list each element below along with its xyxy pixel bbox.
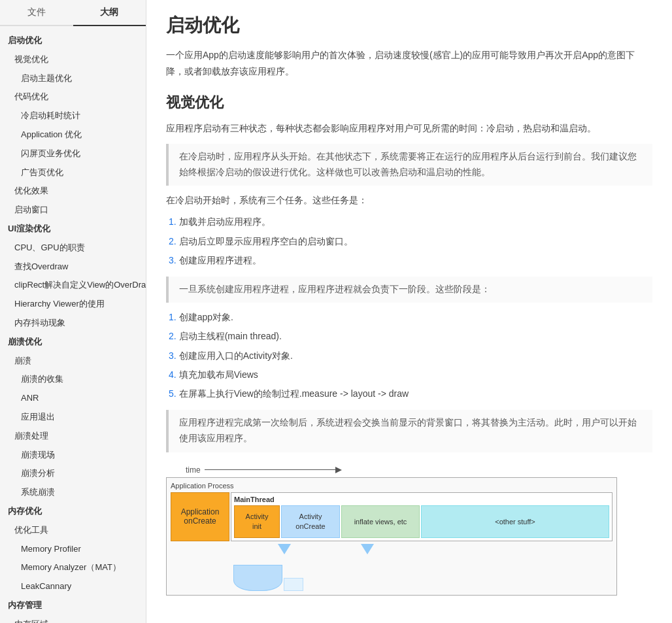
sidebar-item[interactable]: 广告页优化 bbox=[0, 163, 146, 182]
sidebar-item[interactable]: 崩溃处理 bbox=[0, 427, 146, 446]
sidebar-item[interactable]: 内存区域 bbox=[0, 615, 146, 623]
app-oncreate-line1: Application bbox=[181, 507, 220, 516]
sidebar-item[interactable]: 启动优化 bbox=[0, 31, 146, 50]
sidebar-item[interactable]: clipRect解决自定义View的OverDraw bbox=[0, 276, 146, 295]
list-item: 1.创建app对象. bbox=[166, 309, 652, 326]
main-thread-box: MainThread Activityinit ActivityonCreate… bbox=[231, 492, 613, 541]
blockquote1: 在冷启动时，应用程序从头开始。在其他状态下，系统需要将正在运行的应用程序从后台运… bbox=[166, 144, 652, 186]
activity-oncreate-text: ActivityonCreate bbox=[295, 512, 325, 531]
intro-text: 一个应用App的启动速度能够影响用户的首次体验，启动速度较慢(感官上)的应用可能… bbox=[166, 47, 652, 80]
wave-row bbox=[233, 565, 613, 591]
activity-init-text: Activityinit bbox=[246, 512, 269, 531]
time-text: time bbox=[186, 465, 201, 475]
main-thread-label: MainThread bbox=[234, 496, 609, 503]
activity-init-block: Activityinit bbox=[234, 505, 280, 538]
sidebar-item[interactable]: 启动主题优化 bbox=[0, 69, 146, 88]
tab-outline[interactable]: 大纲 bbox=[73, 0, 146, 26]
sidebar-item[interactable]: Memory Analyzer（MAT） bbox=[0, 558, 146, 577]
list-item: 5.在屏幕上执行View的绘制过程.measure -> layout -> d… bbox=[166, 386, 652, 402]
blockquote2-text: 一旦系统创建应用程序进程，应用程序进程就会负责下一阶段。这些阶段是： bbox=[179, 284, 490, 294]
blockquote3: 应用程序进程完成第一次绘制后，系统进程会交换当前显示的背景窗口，将其替换为主活动… bbox=[166, 410, 652, 452]
sidebar-item[interactable]: 崩溃 bbox=[0, 352, 146, 371]
sidebar-item[interactable]: 代码优化 bbox=[0, 88, 146, 107]
list-item: 2.启动后立即显示应用程序空白的启动窗口。 bbox=[166, 233, 652, 250]
inflate-block: inflate views, etc bbox=[341, 505, 420, 538]
triangle-2 bbox=[361, 544, 374, 554]
sidebar: 文件 大纲 启动优化视觉优化启动主题优化代码优化冷启动耗时统计Applicati… bbox=[0, 0, 146, 623]
sidebar-item[interactable]: 内存优化 bbox=[0, 502, 146, 521]
triangle-row bbox=[233, 544, 613, 564]
wave-block-2 bbox=[284, 578, 303, 591]
stages-list: 1.创建app对象. 2.启动主线程(main thread). 3.创建应用入… bbox=[166, 309, 652, 402]
list-item: 2.启动主线程(main thread). bbox=[166, 328, 652, 345]
sidebar-item[interactable]: Memory Profiler bbox=[0, 540, 146, 559]
sidebar-item[interactable]: 系统崩溃 bbox=[0, 483, 146, 502]
startup-diagram: time Application Process Application onC… bbox=[166, 465, 652, 596]
sidebar-item[interactable]: 闪屏页业务优化 bbox=[0, 144, 146, 163]
inflate-text: inflate views, etc bbox=[354, 517, 407, 526]
triangle-1 bbox=[278, 544, 291, 554]
sidebar-item[interactable]: 视觉优化 bbox=[0, 50, 146, 69]
sidebar-nav: 启动优化视觉优化启动主题优化代码优化冷启动耗时统计Application 优化闪… bbox=[0, 26, 146, 623]
thread-blocks-row: Activityinit ActivityonCreate inflate vi… bbox=[234, 505, 609, 538]
sidebar-item[interactable]: 查找Overdraw bbox=[0, 258, 146, 277]
sidebar-item[interactable]: 崩溃优化 bbox=[0, 333, 146, 352]
time-label: time bbox=[186, 465, 652, 475]
blockquote3-text: 应用程序进程完成第一次绘制后，系统进程会交换当前显示的背景窗口，将其替换为主活动… bbox=[179, 418, 637, 443]
sidebar-item[interactable]: ANR bbox=[0, 389, 146, 408]
other-stuff-block: <other stuff> bbox=[421, 505, 609, 538]
other-stuff-text: <other stuff> bbox=[495, 517, 535, 526]
section1-title: 视觉优化 bbox=[166, 93, 652, 112]
sidebar-item[interactable]: 内存抖动现象 bbox=[0, 314, 146, 333]
app-oncreate-box: Application onCreate bbox=[171, 492, 229, 541]
app-oncreate-line2: onCreate bbox=[184, 516, 216, 526]
blockquote2: 一旦系统创建应用程序进程，应用程序进程就会负责下一阶段。这些阶段是： bbox=[166, 277, 652, 303]
sidebar-item[interactable]: 优化工具 bbox=[0, 521, 146, 540]
sidebar-item[interactable]: 应用退出 bbox=[0, 408, 146, 427]
tab-file[interactable]: 文件 bbox=[0, 0, 73, 25]
process-label: Application Process bbox=[171, 482, 613, 490]
sidebar-item[interactable]: LeakCannary bbox=[0, 577, 146, 596]
sidebar-item[interactable]: 优化效果 bbox=[0, 182, 146, 201]
sidebar-item[interactable]: CPU、GPU的职责 bbox=[0, 239, 146, 258]
sidebar-item[interactable]: Application 优化 bbox=[0, 126, 146, 144]
wave-block-1 bbox=[233, 565, 282, 591]
tasks-intro: 在冷启动开始时，系统有三个任务。这些任务是： bbox=[166, 192, 652, 209]
list-item: 4.填充加载布局Views bbox=[166, 367, 652, 383]
activity-oncreate-block: ActivityonCreate bbox=[281, 505, 340, 538]
sidebar-item[interactable]: 崩溃的收集 bbox=[0, 370, 146, 389]
main-content: 启动优化 一个应用App的启动速度能够影响用户的首次体验，启动速度较慢(感官上)… bbox=[146, 0, 672, 623]
sidebar-item[interactable]: 启动窗口 bbox=[0, 201, 146, 220]
diagram-inner-row: Application onCreate MainThread Activity… bbox=[171, 492, 613, 541]
list-item: 3.创建应用程序进程。 bbox=[166, 252, 652, 269]
sidebar-item[interactable]: UI渲染优化 bbox=[0, 220, 146, 239]
blockquote1-text: 在冷启动时，应用程序从头开始。在其他状态下，系统需要将正在运行的应用程序从后台运… bbox=[179, 152, 637, 177]
sidebar-item[interactable]: 冷启动耗时统计 bbox=[0, 107, 146, 126]
tasks-list: 1.加载并启动应用程序。 2.启动后立即显示应用程序空白的启动窗口。 3.创建应… bbox=[166, 214, 652, 269]
list-item: 1.加载并启动应用程序。 bbox=[166, 214, 652, 230]
sidebar-item[interactable]: 崩溃分析 bbox=[0, 464, 146, 483]
sidebar-tabs: 文件 大纲 bbox=[0, 0, 146, 26]
list-item: 3.创建应用入口的Activity对象. bbox=[166, 348, 652, 364]
sidebar-item[interactable]: 崩溃现场 bbox=[0, 446, 146, 465]
section1-intro: 应用程序启动有三种状态，每种状态都会影响应用程序对用户可见所需的时间：冷启动，热… bbox=[166, 120, 652, 137]
sidebar-item[interactable]: Hierarchy Viewer的使用 bbox=[0, 295, 146, 314]
page-title: 启动优化 bbox=[166, 13, 652, 38]
sidebar-item[interactable]: 内存管理 bbox=[0, 596, 146, 615]
